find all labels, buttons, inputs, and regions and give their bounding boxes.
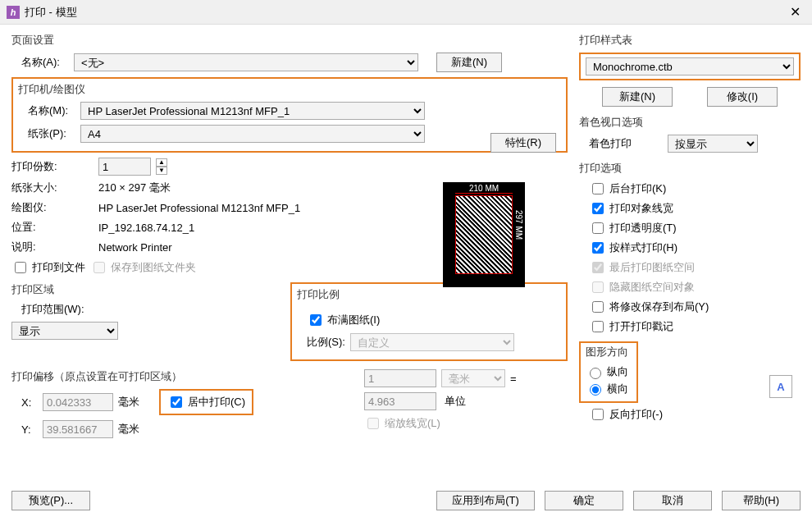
opt-trans-checkbox[interactable]: 打印透明度(T) — [589, 220, 801, 236]
titlebar: h 打印 - 模型 ✕ — [0, 0, 812, 25]
scale-select: 自定义 — [350, 333, 514, 351]
location-label: 位置: — [11, 220, 94, 235]
page-setup-name-label: 名称(A): — [11, 55, 69, 70]
options-group-label: 打印选项 — [579, 161, 801, 176]
offset-y-input — [43, 420, 113, 438]
save-to-folder-checkbox: 保存到图纸文件夹 — [90, 259, 196, 276]
style-select[interactable]: Monochrome.ctb — [586, 57, 794, 75]
orient-group-label: 图形方向 — [586, 345, 628, 359]
scale-group-label: 打印比例 — [297, 287, 561, 302]
page-setup-name-select[interactable]: <无> — [74, 53, 418, 71]
offset-group-label: 打印偏移（原点设置在可打印区域） — [11, 369, 282, 384]
orient-landscape-radio[interactable]: 横向 — [586, 382, 628, 396]
style-new-button[interactable]: 新建(N) — [602, 87, 673, 107]
style-modify-button[interactable]: 修改(I) — [707, 87, 778, 107]
spinner-up-icon[interactable]: ▲ — [156, 158, 167, 167]
location-value: IP_192.168.74.12_1 — [98, 222, 194, 234]
print-to-file-checkbox[interactable]: 打印到文件 — [11, 259, 85, 276]
paper-select[interactable]: A4 — [80, 125, 425, 143]
desc-value: Network Printer — [98, 241, 172, 254]
page-setup-label: 页面设置 — [11, 33, 568, 48]
paper-label: 纸张(P): — [18, 126, 75, 141]
shade-select[interactable]: 按显示 — [668, 135, 758, 153]
cancel-button[interactable]: 取消 — [633, 491, 712, 510]
plotter-value: HP LaserJet Professional M1213nf MFP_1 — [98, 202, 300, 214]
window-title: 打印 - 模型 — [25, 5, 785, 20]
printer-name-label: 名称(M): — [18, 103, 75, 118]
spinner-down-icon[interactable]: ▼ — [156, 167, 167, 175]
preview-button[interactable]: 预览(P)... — [11, 491, 90, 510]
scale-label: 比例(S): — [307, 335, 345, 350]
orient-portrait-radio[interactable]: 纵向 — [586, 364, 628, 379]
printer-name-select[interactable]: HP LaserJet Professional M1213nf MFP_1 — [80, 102, 425, 120]
paper-preview: 210 MM 297 MM — [443, 182, 525, 287]
app-icon: h — [7, 6, 20, 19]
shade-group-label: 着色视口选项 — [579, 115, 801, 130]
opt-bystyle-checkbox[interactable]: 按样式打印(H) — [589, 240, 801, 256]
help-button[interactable]: 帮助(H) — [722, 491, 801, 510]
offset-x-input — [43, 393, 113, 411]
close-icon[interactable]: ✕ — [785, 4, 805, 20]
copies-input[interactable] — [98, 158, 151, 176]
opt-bg-checkbox[interactable]: 后台打印(K) — [589, 181, 801, 197]
printer-props-button[interactable]: 特性(R) — [490, 133, 556, 153]
reverse-print-checkbox[interactable]: 反向打印(-) — [579, 406, 663, 423]
ok-button[interactable]: 确定 — [545, 491, 623, 510]
plotter-label: 绘图仪: — [11, 200, 94, 215]
paper-size-label: 纸张大小: — [11, 181, 94, 195]
style-group-label: 打印样式表 — [579, 33, 801, 48]
print-range-select[interactable]: 显示 — [11, 322, 118, 340]
opt-savelayout-checkbox[interactable]: 将修改保存到布局(Y) — [589, 299, 801, 315]
apply-layout-button[interactable]: 应用到布局(T) — [436, 491, 535, 510]
fit-to-paper-checkbox[interactable]: 布满图纸(I) — [307, 312, 380, 328]
page-setup-new-button[interactable]: 新建(N) — [436, 53, 502, 72]
opt-hideps-checkbox: 隐藏图纸空间对象 — [589, 279, 801, 295]
orient-preview-icon: A — [769, 375, 792, 398]
opt-stamp-checkbox[interactable]: 打开打印戳记 — [589, 318, 801, 335]
print-area-label: 打印区域 — [11, 282, 274, 297]
scale-lineweight-checkbox: 缩放线宽(L) — [364, 415, 440, 432]
scale-den-input — [364, 392, 436, 410]
opt-lw-checkbox[interactable]: 打印对象线宽 — [589, 200, 801, 217]
scale-num-input — [364, 369, 436, 387]
desc-label: 说明: — [11, 240, 94, 254]
copies-label: 打印份数: — [11, 159, 94, 174]
scale-unit-select: 毫米 — [441, 369, 505, 387]
printer-group-label: 打印机/绘图仪 — [18, 82, 561, 97]
paper-size-value: 210 × 297 毫米 — [98, 181, 171, 195]
shade-label: 着色打印 — [589, 136, 663, 151]
opt-lastps-checkbox: 最后打印图纸空间 — [589, 259, 801, 276]
print-range-label: 打印范围(W): — [11, 302, 274, 317]
center-print-checkbox[interactable]: 居中打印(C) — [167, 394, 245, 410]
